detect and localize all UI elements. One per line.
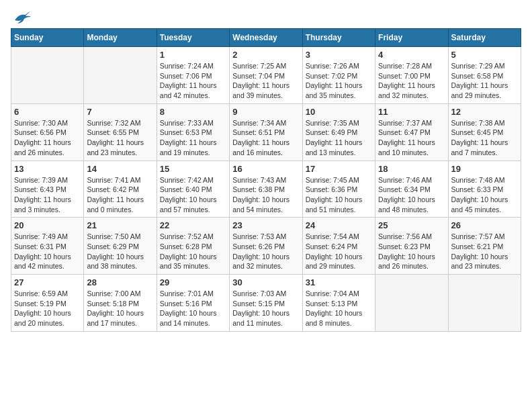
day-info: Sunrise: 7:57 AM Sunset: 6:21 PM Dayligh… [451, 232, 518, 271]
calendar-cell: 9Sunrise: 7:34 AM Sunset: 6:51 PM Daylig… [230, 103, 302, 161]
calendar-cell: 2Sunrise: 7:25 AM Sunset: 7:04 PM Daylig… [230, 47, 302, 104]
day-number: 27 [14, 277, 81, 287]
day-info: Sunrise: 7:30 AM Sunset: 6:56 PM Dayligh… [14, 118, 81, 158]
day-number: 31 [306, 277, 372, 287]
day-number: 13 [14, 164, 81, 174]
calendar-cell: 19Sunrise: 7:48 AM Sunset: 6:33 PM Dayli… [448, 161, 521, 218]
calendar-cell: 8Sunrise: 7:33 AM Sunset: 6:53 PM Daylig… [157, 103, 229, 161]
day-number: 12 [451, 107, 518, 117]
day-info: Sunrise: 7:34 AM Sunset: 6:51 PM Dayligh… [232, 118, 299, 158]
calendar-cell: 1Sunrise: 7:24 AM Sunset: 7:06 PM Daylig… [157, 47, 229, 104]
day-number: 8 [160, 107, 226, 117]
day-number: 3 [306, 50, 372, 60]
day-number: 14 [87, 164, 153, 174]
day-info: Sunrise: 7:45 AM Sunset: 6:36 PM Dayligh… [306, 175, 372, 215]
logo-bird-icon [12, 11, 31, 26]
calendar-header-wednesday: Wednesday [230, 29, 302, 47]
logo [11, 11, 31, 23]
day-number: 20 [14, 220, 81, 230]
calendar-cell: 22Sunrise: 7:52 AM Sunset: 6:28 PM Dayli… [157, 218, 229, 275]
calendar-cell: 29Sunrise: 7:01 AM Sunset: 5:16 PM Dayli… [157, 275, 229, 332]
calendar-week-3: 13Sunrise: 7:39 AM Sunset: 6:43 PM Dayli… [11, 161, 521, 218]
day-number: 17 [306, 164, 372, 174]
day-number: 2 [232, 50, 299, 60]
calendar-cell: 20Sunrise: 7:49 AM Sunset: 6:31 PM Dayli… [11, 218, 84, 275]
calendar-cell: 16Sunrise: 7:43 AM Sunset: 6:38 PM Dayli… [230, 161, 302, 218]
day-info: Sunrise: 7:26 AM Sunset: 7:02 PM Dayligh… [306, 61, 372, 101]
day-info: Sunrise: 7:33 AM Sunset: 6:53 PM Dayligh… [160, 118, 226, 158]
day-number: 7 [87, 107, 153, 117]
calendar-cell: 24Sunrise: 7:54 AM Sunset: 6:24 PM Dayli… [302, 218, 375, 275]
day-number: 24 [306, 220, 372, 230]
day-info: Sunrise: 7:52 AM Sunset: 6:28 PM Dayligh… [160, 232, 226, 271]
day-info: Sunrise: 7:38 AM Sunset: 6:45 PM Dayligh… [451, 118, 518, 158]
calendar-header-saturday: Saturday [448, 29, 521, 47]
calendar-table: SundayMondayTuesdayWednesdayThursdayFrid… [11, 28, 521, 332]
day-info: Sunrise: 7:42 AM Sunset: 6:40 PM Dayligh… [160, 175, 226, 215]
calendar-cell: 30Sunrise: 7:03 AM Sunset: 5:15 PM Dayli… [230, 275, 302, 332]
day-number: 1 [160, 50, 226, 60]
day-number: 28 [87, 277, 153, 287]
calendar-cell: 21Sunrise: 7:50 AM Sunset: 6:29 PM Dayli… [84, 218, 157, 275]
calendar-cell: 23Sunrise: 7:53 AM Sunset: 6:26 PM Dayli… [230, 218, 302, 275]
calendar-cell: 25Sunrise: 7:56 AM Sunset: 6:23 PM Dayli… [375, 218, 448, 275]
calendar-header-thursday: Thursday [302, 29, 375, 47]
day-number: 18 [378, 164, 445, 174]
calendar-cell [375, 275, 448, 332]
calendar-week-2: 6Sunrise: 7:30 AM Sunset: 6:56 PM Daylig… [11, 103, 521, 161]
day-number: 23 [232, 220, 299, 230]
calendar-cell: 26Sunrise: 7:57 AM Sunset: 6:21 PM Dayli… [448, 218, 521, 275]
day-number: 6 [14, 107, 81, 117]
calendar-cell: 27Sunrise: 6:59 AM Sunset: 5:19 PM Dayli… [11, 275, 84, 332]
day-info: Sunrise: 7:29 AM Sunset: 6:58 PM Dayligh… [451, 61, 518, 101]
calendar-cell: 5Sunrise: 7:29 AM Sunset: 6:58 PM Daylig… [448, 47, 521, 104]
day-number: 11 [378, 107, 445, 117]
calendar-week-5: 27Sunrise: 6:59 AM Sunset: 5:19 PM Dayli… [11, 275, 521, 332]
day-number: 22 [160, 220, 226, 230]
day-info: Sunrise: 7:37 AM Sunset: 6:47 PM Dayligh… [378, 118, 445, 158]
day-number: 25 [378, 220, 445, 230]
calendar-cell: 14Sunrise: 7:41 AM Sunset: 6:42 PM Dayli… [84, 161, 157, 218]
day-info: Sunrise: 7:43 AM Sunset: 6:38 PM Dayligh… [232, 175, 299, 215]
day-info: Sunrise: 7:35 AM Sunset: 6:49 PM Dayligh… [306, 118, 372, 158]
calendar-header-friday: Friday [375, 29, 448, 47]
day-number: 21 [87, 220, 153, 230]
calendar-header-tuesday: Tuesday [157, 29, 229, 47]
day-info: Sunrise: 7:50 AM Sunset: 6:29 PM Dayligh… [87, 232, 153, 271]
day-info: Sunrise: 7:04 AM Sunset: 5:13 PM Dayligh… [306, 289, 372, 328]
day-number: 10 [306, 107, 372, 117]
day-info: Sunrise: 7:24 AM Sunset: 7:06 PM Dayligh… [160, 61, 226, 101]
day-info: Sunrise: 7:49 AM Sunset: 6:31 PM Dayligh… [14, 232, 81, 271]
day-number: 29 [160, 277, 226, 287]
calendar-cell: 12Sunrise: 7:38 AM Sunset: 6:45 PM Dayli… [448, 103, 521, 161]
day-number: 15 [160, 164, 226, 174]
day-info: Sunrise: 7:32 AM Sunset: 6:55 PM Dayligh… [87, 118, 153, 158]
day-number: 16 [232, 164, 299, 174]
day-info: Sunrise: 6:59 AM Sunset: 5:19 PM Dayligh… [14, 289, 81, 328]
day-info: Sunrise: 7:46 AM Sunset: 6:34 PM Dayligh… [378, 175, 445, 215]
calendar-cell: 18Sunrise: 7:46 AM Sunset: 6:34 PM Dayli… [375, 161, 448, 218]
day-number: 30 [232, 277, 299, 287]
calendar-cell: 13Sunrise: 7:39 AM Sunset: 6:43 PM Dayli… [11, 161, 84, 218]
day-info: Sunrise: 7:41 AM Sunset: 6:42 PM Dayligh… [87, 175, 153, 215]
day-info: Sunrise: 7:00 AM Sunset: 5:18 PM Dayligh… [87, 289, 153, 328]
day-info: Sunrise: 7:25 AM Sunset: 7:04 PM Dayligh… [232, 61, 299, 101]
calendar-cell: 11Sunrise: 7:37 AM Sunset: 6:47 PM Dayli… [375, 103, 448, 161]
calendar-header-monday: Monday [84, 29, 157, 47]
calendar-cell [448, 275, 521, 332]
calendar-week-4: 20Sunrise: 7:49 AM Sunset: 6:31 PM Dayli… [11, 218, 521, 275]
calendar-cell: 15Sunrise: 7:42 AM Sunset: 6:40 PM Dayli… [157, 161, 229, 218]
day-number: 4 [378, 50, 445, 60]
calendar-cell: 6Sunrise: 7:30 AM Sunset: 6:56 PM Daylig… [11, 103, 84, 161]
calendar-header: SundayMondayTuesdayWednesdayThursdayFrid… [11, 29, 521, 47]
day-info: Sunrise: 7:48 AM Sunset: 6:33 PM Dayligh… [451, 175, 518, 215]
calendar-cell: 28Sunrise: 7:00 AM Sunset: 5:18 PM Dayli… [84, 275, 157, 332]
day-info: Sunrise: 7:01 AM Sunset: 5:16 PM Dayligh… [160, 289, 226, 328]
day-info: Sunrise: 7:28 AM Sunset: 7:00 PM Dayligh… [378, 61, 445, 101]
calendar-cell: 7Sunrise: 7:32 AM Sunset: 6:55 PM Daylig… [84, 103, 157, 161]
day-info: Sunrise: 7:56 AM Sunset: 6:23 PM Dayligh… [378, 232, 445, 271]
calendar-cell [11, 47, 84, 104]
day-number: 9 [232, 107, 299, 117]
calendar-header-sunday: Sunday [11, 29, 84, 47]
day-info: Sunrise: 7:03 AM Sunset: 5:15 PM Dayligh… [232, 289, 299, 328]
